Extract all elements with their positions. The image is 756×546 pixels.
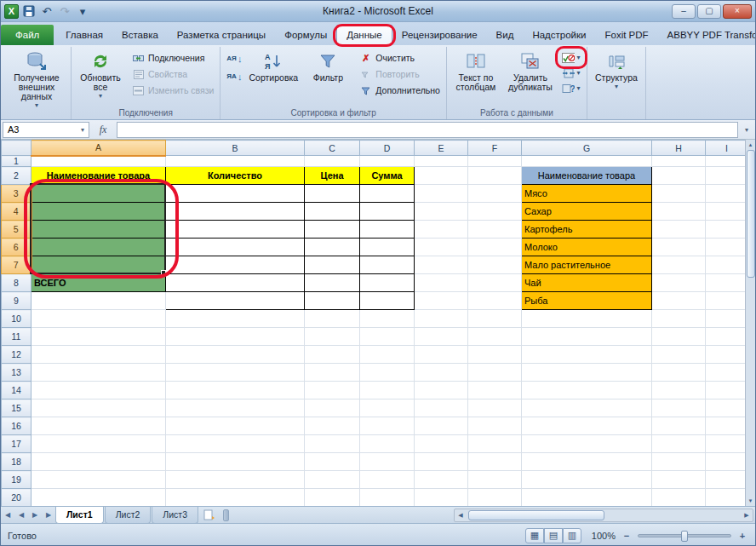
cell[interactable] (305, 435, 360, 453)
name-box[interactable]: A3 ▾ (3, 122, 89, 138)
cell[interactable] (166, 239, 305, 256)
cell[interactable] (360, 328, 415, 346)
row-header[interactable]: 18 (2, 453, 32, 471)
cell[interactable] (305, 364, 360, 382)
cell[interactable] (415, 346, 468, 364)
cell[interactable] (468, 156, 522, 167)
sheet-tab-2[interactable]: Лист2 (105, 507, 152, 524)
cell[interactable] (166, 310, 305, 328)
row-header[interactable]: 7 (2, 256, 32, 274)
cell[interactable] (360, 310, 415, 328)
row-header[interactable]: 12 (2, 346, 32, 364)
cell[interactable] (522, 435, 652, 453)
row-header[interactable]: 15 (2, 399, 32, 417)
cell[interactable] (360, 417, 415, 435)
formula-input[interactable] (117, 122, 738, 138)
cell[interactable] (32, 328, 166, 346)
column-header-a[interactable]: A (32, 141, 166, 156)
cell[interactable] (415, 489, 468, 507)
scroll-up-icon[interactable]: ▲ (746, 140, 755, 150)
cell[interactable] (706, 453, 748, 471)
cell[interactable] (706, 346, 748, 364)
cell[interactable] (652, 156, 706, 167)
cell[interactable] (32, 310, 166, 328)
cell[interactable] (166, 364, 305, 382)
minimize-button[interactable]: – (672, 4, 696, 19)
row-header[interactable]: 4 (2, 203, 32, 221)
page-break-view-button[interactable]: ▥ (563, 528, 581, 543)
cell[interactable] (360, 399, 415, 417)
cell[interactable] (305, 221, 360, 239)
cell-b2[interactable]: Количество (166, 167, 305, 185)
outline-button[interactable]: Структура ▾ (590, 48, 643, 107)
cell[interactable] (522, 453, 652, 471)
cell[interactable] (32, 435, 166, 453)
row-header[interactable]: 1 (2, 156, 32, 167)
row-header[interactable]: 6 (2, 239, 32, 256)
cell[interactable] (415, 156, 468, 167)
cell[interactable] (166, 471, 305, 489)
vertical-scrollbar-thumb[interactable] (747, 150, 755, 278)
tab-split-handle[interactable] (223, 509, 229, 521)
undo-button[interactable]: ↶ (39, 3, 54, 19)
cell[interactable] (305, 346, 360, 364)
horizontal-scrollbar[interactable]: ◀ ▶ (454, 509, 753, 522)
row-header[interactable]: 2 (2, 167, 32, 185)
cell-a6[interactable] (32, 239, 166, 256)
row-header[interactable]: 11 (2, 328, 32, 346)
cell[interactable] (706, 203, 748, 221)
tab-review[interactable]: Рецензирование (392, 26, 487, 45)
cell[interactable] (468, 310, 522, 328)
cell[interactable] (522, 156, 652, 167)
cell[interactable] (305, 399, 360, 417)
sort-button[interactable]: АЯ Сортировка (247, 48, 300, 107)
restore-button[interactable]: ▢ (697, 4, 721, 19)
cell[interactable] (415, 256, 468, 274)
sort-ascending-button[interactable]: АЯ ↓ (223, 50, 245, 67)
cell[interactable] (166, 203, 305, 221)
cell[interactable] (360, 489, 415, 507)
cell[interactable] (305, 203, 360, 221)
cell[interactable] (360, 221, 415, 239)
cell[interactable] (32, 382, 166, 399)
tab-formulas[interactable]: Формулы (275, 26, 336, 45)
cell[interactable] (166, 221, 305, 239)
tab-page-layout[interactable]: Разметка страницы (168, 26, 275, 45)
cell[interactable] (360, 471, 415, 489)
cell[interactable] (652, 417, 706, 435)
page-layout-view-button[interactable]: ▤ (544, 528, 563, 543)
zoom-out-button[interactable]: − (621, 531, 633, 541)
column-header-g[interactable]: G (522, 141, 652, 156)
row-header[interactable]: 14 (2, 382, 32, 399)
cell[interactable] (706, 399, 748, 417)
cell[interactable] (32, 417, 166, 435)
row-header[interactable]: 19 (2, 471, 32, 489)
cell[interactable] (468, 167, 522, 185)
cell[interactable] (652, 489, 706, 507)
cell[interactable] (706, 471, 748, 489)
cell[interactable] (706, 328, 748, 346)
cell[interactable] (652, 239, 706, 256)
cell[interactable] (415, 328, 468, 346)
next-sheet-button[interactable]: ▶ (28, 511, 42, 519)
cell[interactable] (305, 489, 360, 507)
cell[interactable] (652, 382, 706, 399)
cell[interactable] (652, 221, 706, 239)
cell[interactable] (415, 203, 468, 221)
cell[interactable] (415, 435, 468, 453)
cell[interactable] (652, 346, 706, 364)
column-header-i[interactable]: I (706, 141, 748, 156)
row-header[interactable]: 20 (2, 489, 32, 507)
cell[interactable] (415, 310, 468, 328)
column-header-d[interactable]: D (360, 141, 415, 156)
vertical-scrollbar[interactable]: ▲ ▼ (745, 140, 755, 506)
cell[interactable] (415, 221, 468, 239)
row-header[interactable]: 9 (2, 292, 32, 310)
row-header[interactable]: 16 (2, 417, 32, 435)
cell[interactable] (652, 185, 706, 203)
normal-view-button[interactable]: ▦ (525, 528, 544, 543)
cell[interactable] (166, 417, 305, 435)
cell[interactable] (415, 292, 468, 310)
cell[interactable] (305, 417, 360, 435)
cell[interactable] (706, 417, 748, 435)
